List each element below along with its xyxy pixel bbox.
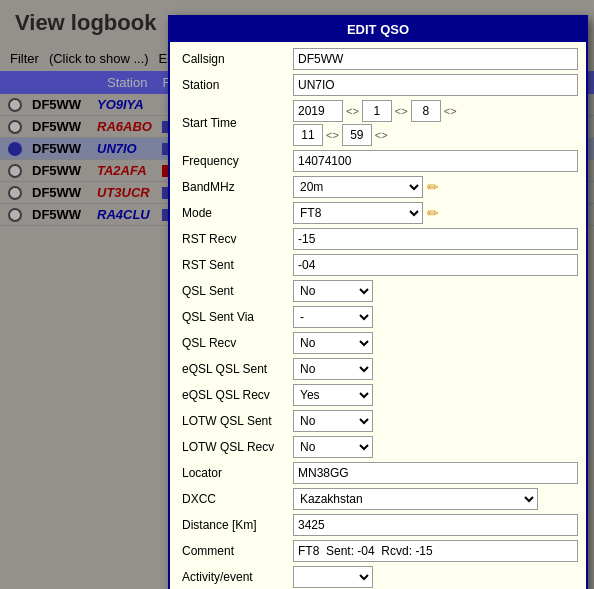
frequency-input[interactable] <box>293 150 578 172</box>
distance-row: Distance [Km] <box>178 514 578 536</box>
lotwsent-select[interactable]: NoYes <box>293 410 373 432</box>
minute-input[interactable] <box>342 124 372 146</box>
lotwsent-control: NoYes <box>293 410 578 432</box>
bandmhz-row: BandMHz 20m160m80m40m 30m17m15m12m 10m6m… <box>178 176 578 198</box>
lotwrecv-select[interactable]: NoYes <box>293 436 373 458</box>
station-input[interactable] <box>293 74 578 96</box>
comment-row: Comment <box>178 540 578 562</box>
rstrecv-label: RST Recv <box>178 232 293 246</box>
locator-control <box>293 462 578 484</box>
rstsent-control <box>293 254 578 276</box>
comment-input[interactable] <box>293 540 578 562</box>
rstsent-row: RST Sent <box>178 254 578 276</box>
time-sep1: <> <box>326 129 339 141</box>
lotwrecv-control: NoYes <box>293 436 578 458</box>
frequency-control <box>293 150 578 172</box>
qslsent-label: QSL Sent <box>178 284 293 298</box>
qslsentvia-control: -BureauDirectElectronicManager <box>293 306 578 328</box>
mode-row: Mode FT8CWSSBFT4 RTTYPSK31AMFM ✏ <box>178 202 578 224</box>
frequency-label: Frequency <box>178 154 293 168</box>
eqslrecv-label: eQSL QSL Recv <box>178 388 293 402</box>
lotwsent-row: LOTW QSL Sent NoYes <box>178 410 578 432</box>
year-input[interactable] <box>293 100 343 122</box>
bandmhz-edit-icon[interactable]: ✏ <box>427 179 439 195</box>
mode-label: Mode <box>178 206 293 220</box>
qslrecv-select[interactable]: NoYesRequested <box>293 332 373 354</box>
rstrecv-control <box>293 228 578 250</box>
dialog-title: EDIT QSO <box>170 17 586 42</box>
date-sep1: <> <box>346 105 359 117</box>
date-sep3: <> <box>444 105 457 117</box>
eqslsent-select[interactable]: NoYes <box>293 358 373 380</box>
time-row: <> <> <box>293 124 578 146</box>
station-row: Station <box>178 74 578 96</box>
rstrecv-input[interactable] <box>293 228 578 250</box>
dxcc-label: DXCC <box>178 492 293 506</box>
qslrecv-label: QSL Recv <box>178 336 293 350</box>
mode-select[interactable]: FT8CWSSBFT4 RTTYPSK31AMFM <box>293 202 423 224</box>
activity-row: Activity/event ContestSOTAPOTAWWFF <box>178 566 578 588</box>
callsign-row: Callsign <box>178 48 578 70</box>
station-control <box>293 74 578 96</box>
bandmhz-label: BandMHz <box>178 180 293 194</box>
dxcc-row: DXCC KazakhstanRussiaTurkeyGermany USAUk… <box>178 488 578 510</box>
station-label: Station <box>178 78 293 92</box>
qslsent-select[interactable]: NoYesRequestedBureauDirect <box>293 280 373 302</box>
hour-input[interactable] <box>293 124 323 146</box>
rstrecv-row: RST Recv <box>178 228 578 250</box>
mode-control: FT8CWSSBFT4 RTTYPSK31AMFM ✏ <box>293 202 578 224</box>
lotwsent-label: LOTW QSL Sent <box>178 414 293 428</box>
eqslsent-control: NoYes <box>293 358 578 380</box>
lotwrecv-row: LOTW QSL Recv NoYes <box>178 436 578 458</box>
starttime-row: Start Time <> <> <> <> <> <box>178 100 578 146</box>
edit-qso-dialog: EDIT QSO Callsign Station Start Time < <box>168 15 588 589</box>
comment-label: Comment <box>178 544 293 558</box>
activity-label: Activity/event <box>178 570 293 584</box>
locator-label: Locator <box>178 466 293 480</box>
day-input[interactable] <box>411 100 441 122</box>
eqslsent-label: eQSL QSL Sent <box>178 362 293 376</box>
eqslrecv-control: YesNo <box>293 384 578 406</box>
dialog-body: Callsign Station Start Time <> <> <box>170 42 586 589</box>
dxcc-control: KazakhstanRussiaTurkeyGermany USAUkraine… <box>293 488 578 510</box>
distance-label: Distance [Km] <box>178 518 293 532</box>
distance-input[interactable] <box>293 514 578 536</box>
dxcc-select[interactable]: KazakhstanRussiaTurkeyGermany USAUkraine… <box>293 488 538 510</box>
eqslrecv-select[interactable]: YesNo <box>293 384 373 406</box>
bandmhz-control: 20m160m80m40m 30m17m15m12m 10m6m2m ✏ <box>293 176 578 198</box>
frequency-row: Frequency <box>178 150 578 172</box>
rstsent-input[interactable] <box>293 254 578 276</box>
eqslrecv-row: eQSL QSL Recv YesNo <box>178 384 578 406</box>
starttime-control: <> <> <> <> <> <box>293 100 578 146</box>
qslsentvia-label: QSL Sent Via <box>178 310 293 324</box>
mode-edit-icon[interactable]: ✏ <box>427 205 439 221</box>
callsign-label: Callsign <box>178 52 293 66</box>
bandmhz-select[interactable]: 20m160m80m40m 30m17m15m12m 10m6m2m <box>293 176 423 198</box>
time-sep2: <> <box>375 129 388 141</box>
starttime-label: Start Time <box>178 116 293 130</box>
activity-select[interactable]: ContestSOTAPOTAWWFF <box>293 566 373 588</box>
qslsent-control: NoYesRequestedBureauDirect <box>293 280 578 302</box>
activity-control: ContestSOTAPOTAWWFF <box>293 566 578 588</box>
lotwrecv-label: LOTW QSL Recv <box>178 440 293 454</box>
callsign-input[interactable] <box>293 48 578 70</box>
locator-row: Locator <box>178 462 578 484</box>
comment-control <box>293 540 578 562</box>
qslrecv-row: QSL Recv NoYesRequested <box>178 332 578 354</box>
rstsent-label: RST Sent <box>178 258 293 272</box>
qslsentvia-select[interactable]: -BureauDirectElectronicManager <box>293 306 373 328</box>
qslsent-row: QSL Sent NoYesRequestedBureauDirect <box>178 280 578 302</box>
distance-control <box>293 514 578 536</box>
qslsentvia-row: QSL Sent Via -BureauDirectElectronicMana… <box>178 306 578 328</box>
month-input[interactable] <box>362 100 392 122</box>
date-sep2: <> <box>395 105 408 117</box>
date-row: <> <> <> <box>293 100 578 122</box>
callsign-control <box>293 48 578 70</box>
eqslsent-row: eQSL QSL Sent NoYes <box>178 358 578 380</box>
locator-input[interactable] <box>293 462 578 484</box>
qslrecv-control: NoYesRequested <box>293 332 578 354</box>
